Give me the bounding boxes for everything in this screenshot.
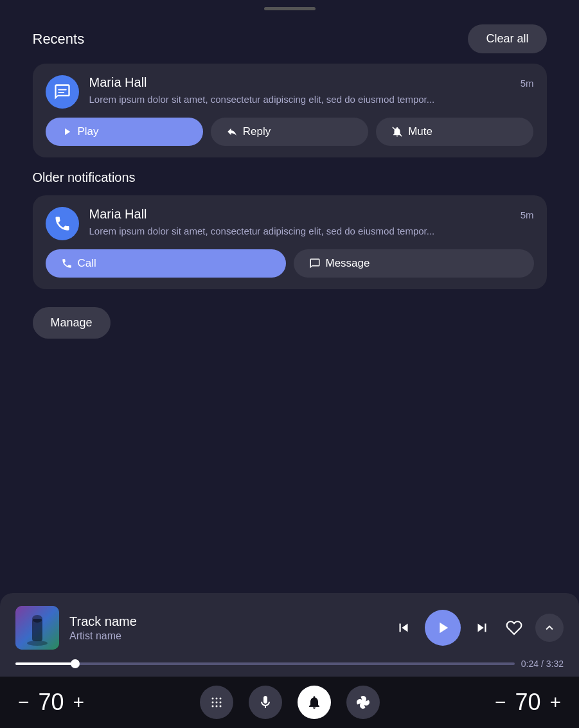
- recent-notification-card: Maria Hall Lorem ipsum dolor sit amet, c…: [33, 64, 547, 157]
- play-button[interactable]: Play: [46, 118, 203, 146]
- message-app-icon: [46, 75, 79, 109]
- progress-bar[interactable]: [15, 662, 515, 665]
- svg-point-7: [219, 698, 221, 700]
- bottom-bar: − 70 + − 70 +: [0, 677, 579, 728]
- recent-notification-content: Maria Hall Lorem ipsum dolor sit amet, c…: [89, 75, 510, 106]
- recent-message-text: Lorem ipsum dolor sit amet, consectetur …: [89, 93, 510, 106]
- svg-point-8: [211, 702, 213, 704]
- drag-handle: [264, 7, 316, 10]
- track-name: Track name: [69, 614, 382, 629]
- message-label: Message: [326, 257, 370, 270]
- reply-button[interactable]: Reply: [211, 118, 368, 146]
- notification-bell-button[interactable]: [298, 686, 331, 719]
- older-notification-card: Maria Hall Lorem ipsum dolor sit amet, c…: [33, 195, 547, 289]
- progress-fill: [15, 662, 75, 665]
- player-top: Track name Artist name: [15, 606, 564, 650]
- older-notification-content: Maria Hall Lorem ipsum dolor sit amet, c…: [89, 207, 510, 238]
- volume-left-minus-button[interactable]: −: [15, 689, 32, 716]
- volume-right-plus-button[interactable]: +: [547, 689, 564, 716]
- call-button[interactable]: Call: [46, 249, 286, 278]
- album-art: [15, 606, 59, 650]
- recent-sender-name: Maria Hall: [89, 75, 510, 90]
- svg-point-2: [27, 641, 48, 646]
- play-label: Play: [78, 125, 99, 138]
- older-notification-time: 5m: [521, 207, 534, 220]
- left-volume-number: 70: [39, 689, 64, 716]
- svg-point-14: [362, 701, 364, 704]
- older-notification-actions: Call Message: [46, 249, 534, 278]
- bottom-icons: [200, 686, 380, 719]
- left-volume-control: − 70 +: [15, 689, 87, 716]
- call-label: Call: [78, 257, 96, 270]
- svg-point-12: [215, 706, 217, 707]
- phone-app-icon: [46, 207, 79, 240]
- mute-button[interactable]: Mute: [376, 118, 533, 146]
- notification-top: Maria Hall Lorem ipsum dolor sit amet, c…: [46, 75, 534, 109]
- svg-point-13: [219, 706, 221, 707]
- svg-point-4: [32, 615, 42, 623]
- top-bar: [0, 0, 579, 12]
- right-volume-number: 70: [515, 689, 540, 716]
- notification-panel: Recents Clear all Maria Hall Lorem ipsum…: [33, 24, 547, 593]
- fan-button[interactable]: [346, 686, 380, 719]
- dialpad-button[interactable]: [200, 686, 233, 719]
- older-notification-top: Maria Hall Lorem ipsum dolor sit amet, c…: [46, 207, 534, 240]
- clear-all-button[interactable]: Clear all: [468, 24, 546, 53]
- mute-label: Mute: [408, 125, 432, 138]
- svg-point-10: [219, 702, 221, 704]
- music-player: Track name Artist name: [0, 593, 579, 677]
- artist-name: Artist name: [69, 630, 382, 642]
- volume-right-minus-button[interactable]: −: [492, 689, 509, 716]
- microphone-button[interactable]: [249, 686, 282, 719]
- prev-button[interactable]: [393, 617, 414, 639]
- recent-notification-time: 5m: [521, 75, 534, 89]
- favorite-button[interactable]: [503, 617, 525, 639]
- svg-point-9: [215, 702, 217, 704]
- manage-button[interactable]: Manage: [33, 307, 111, 339]
- next-button[interactable]: [471, 617, 493, 639]
- older-notifications-label: Older notifications: [33, 170, 547, 185]
- recents-title: Recents: [33, 31, 85, 48]
- svg-point-6: [215, 698, 217, 700]
- expand-button[interactable]: [535, 614, 564, 642]
- older-sender-name: Maria Hall: [89, 207, 510, 222]
- older-message-text: Lorem ipsum dolor sit amet, consectetur …: [89, 224, 510, 238]
- right-volume-control: − 70 +: [492, 689, 564, 716]
- message-button[interactable]: Message: [294, 249, 534, 278]
- play-pause-button[interactable]: [425, 610, 461, 646]
- time-display: 0:24 / 3:32: [521, 659, 564, 669]
- reply-label: Reply: [243, 125, 271, 138]
- player-controls: [393, 610, 564, 646]
- track-info: Track name Artist name: [69, 614, 382, 642]
- progress-section: 0:24 / 3:32: [15, 659, 564, 669]
- recents-header: Recents Clear all: [33, 24, 547, 53]
- volume-left-plus-button[interactable]: +: [71, 689, 87, 716]
- progress-thumb: [71, 659, 80, 668]
- recent-notification-actions: Play Reply Mute: [46, 118, 534, 146]
- svg-point-11: [211, 706, 213, 707]
- svg-point-5: [211, 698, 213, 700]
